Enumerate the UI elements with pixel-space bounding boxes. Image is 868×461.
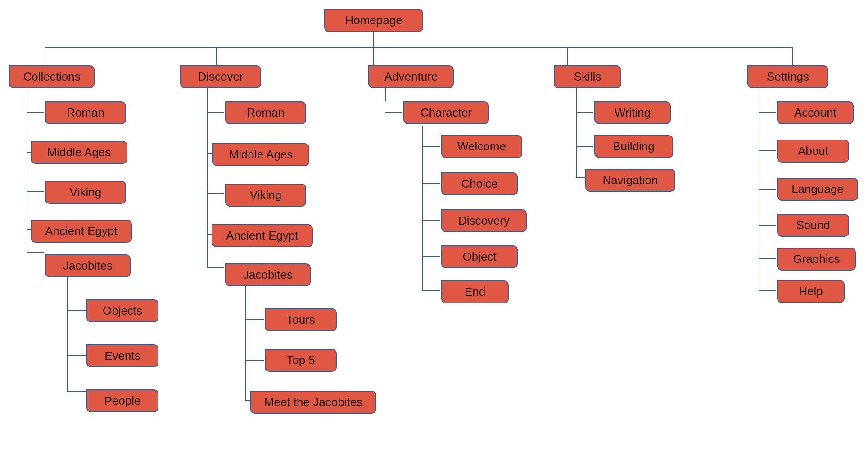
node-collections-viking: Viking xyxy=(45,181,126,204)
node-discover-jacobites-tours: Tours xyxy=(265,308,337,331)
node-character-choice: Choice xyxy=(441,172,518,195)
node-settings: Settings xyxy=(747,65,828,88)
node-character-end: End xyxy=(441,280,509,303)
node-discover-middle-ages: Middle Ages xyxy=(212,143,309,166)
node-discover-jacobites-meet: Meet the Jacobites xyxy=(250,391,376,414)
node-discover-jacobites-top5: Top 5 xyxy=(265,349,337,372)
node-discover-roman: Roman xyxy=(225,101,306,124)
node-discover-jacobites: Jacobites xyxy=(225,263,311,286)
node-collections-roman: Roman xyxy=(45,101,126,124)
node-collections-middle-ages: Middle Ages xyxy=(31,141,127,164)
node-skills-building: Building xyxy=(594,135,673,158)
node-skills-navigation: Navigation xyxy=(585,169,675,192)
node-settings-account: Account xyxy=(777,101,854,124)
node-collections-jacobites-objects: Objects xyxy=(86,299,158,322)
node-skills-writing: Writing xyxy=(594,101,671,124)
node-settings-help: Help xyxy=(777,280,845,303)
node-adventure-character: Character xyxy=(403,101,489,124)
node-settings-sound: Sound xyxy=(777,214,849,237)
node-collections-ancient-egypt: Ancient Egypt xyxy=(31,220,132,243)
node-skills: Skills xyxy=(554,65,621,88)
node-adventure: Adventure xyxy=(368,65,454,88)
node-collections-jacobites-people: People xyxy=(86,389,158,412)
node-discover-ancient-egypt: Ancient Egypt xyxy=(212,224,313,247)
node-collections-jacobites-events: Events xyxy=(86,344,158,367)
node-settings-graphics: Graphics xyxy=(777,248,856,271)
node-settings-about: About xyxy=(777,140,849,163)
node-character-object: Object xyxy=(441,245,518,268)
node-homepage: Homepage xyxy=(324,9,423,32)
node-collections-jacobites: Jacobites xyxy=(45,254,131,277)
node-discover: Discover xyxy=(180,65,261,88)
node-character-discovery: Discovery xyxy=(441,209,527,232)
node-character-welcome: Welcome xyxy=(441,135,522,158)
node-settings-language: Language xyxy=(777,178,858,201)
node-collections: Collections xyxy=(9,65,95,88)
node-discover-viking: Viking xyxy=(225,184,306,207)
